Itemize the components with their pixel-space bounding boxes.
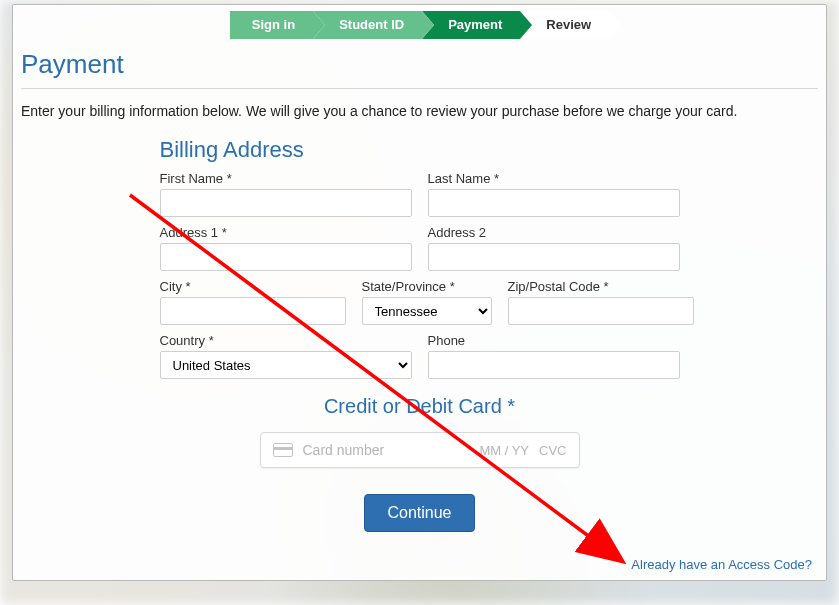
access-code-link[interactable]: Already have an Access Code? xyxy=(631,557,812,572)
step-review[interactable]: Review xyxy=(520,11,609,39)
card-exp-placeholder: MM / YY xyxy=(479,443,529,458)
state-select[interactable]: Tennessee xyxy=(362,297,492,325)
address2-input[interactable] xyxy=(428,243,680,271)
country-label: Country * xyxy=(160,333,412,348)
state-label: State/Province * xyxy=(362,279,492,294)
step-label: Student ID xyxy=(339,17,404,32)
address1-input[interactable] xyxy=(160,243,412,271)
first-name-input[interactable] xyxy=(160,189,412,217)
step-student-id[interactable]: Student ID xyxy=(313,11,422,39)
billing-section-title: Billing Address xyxy=(160,137,680,163)
step-label: Review xyxy=(546,17,591,32)
step-sign-in[interactable]: Sign in xyxy=(230,11,313,39)
last-name-label: Last Name * xyxy=(428,171,680,186)
city-input[interactable] xyxy=(160,297,346,325)
city-label: City * xyxy=(160,279,346,294)
page-title: Payment xyxy=(21,49,826,80)
payment-panel: Sign in Student ID Payment Review Paymen… xyxy=(12,4,827,581)
card-number-placeholder: Card number xyxy=(303,442,470,458)
progress-steps: Sign in Student ID Payment Review xyxy=(13,11,826,39)
step-label: Sign in xyxy=(252,17,295,32)
phone-input[interactable] xyxy=(428,351,680,379)
continue-button[interactable]: Continue xyxy=(364,494,474,532)
zip-label: Zip/Postal Code * xyxy=(508,279,694,294)
address2-label: Address 2 xyxy=(428,225,680,240)
zip-input[interactable] xyxy=(508,297,694,325)
intro-text: Enter your billing information below. We… xyxy=(21,103,818,119)
card-cvc-placeholder: CVC xyxy=(539,443,566,458)
credit-card-icon xyxy=(273,443,293,457)
card-input[interactable]: Card number MM / YY CVC xyxy=(260,432,580,468)
country-select[interactable]: United States xyxy=(160,351,412,379)
divider xyxy=(21,88,818,89)
card-section-title: Credit or Debit Card * xyxy=(160,395,680,418)
step-label: Payment xyxy=(448,17,502,32)
address1-label: Address 1 * xyxy=(160,225,412,240)
last-name-input[interactable] xyxy=(428,189,680,217)
phone-label: Phone xyxy=(428,333,680,348)
first-name-label: First Name * xyxy=(160,171,412,186)
step-payment[interactable]: Payment xyxy=(422,11,520,39)
billing-form: Billing Address First Name * Last Name *… xyxy=(160,137,680,532)
